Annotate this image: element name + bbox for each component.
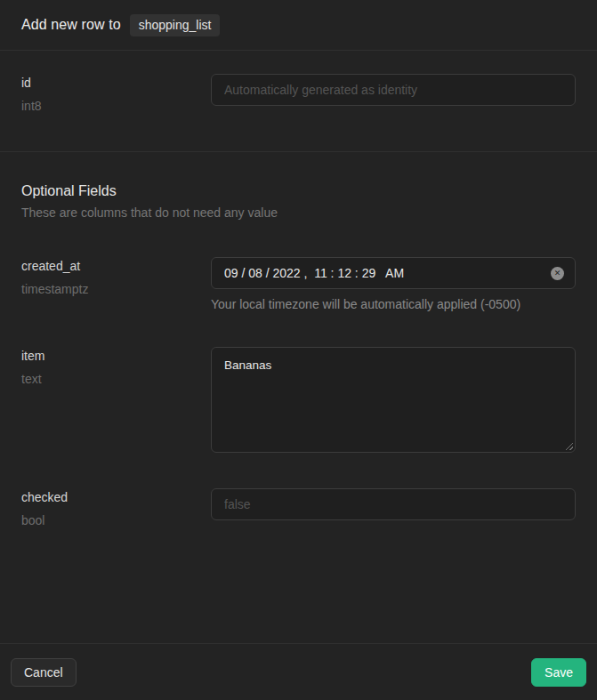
field-labels-checked: checked bool (21, 488, 211, 527)
insert-row-panel: Add new row to shopping_list id int8 Opt… (0, 0, 597, 700)
panel-title: Add new row to (21, 17, 121, 33)
field-row-id: id int8 (21, 74, 576, 113)
panel-header: Add new row to shopping_list (0, 0, 597, 51)
field-type-label: text (21, 372, 211, 386)
field-control-item: Bananas (211, 347, 576, 453)
optional-fields-title: Optional Fields (21, 183, 576, 199)
field-labels-item: item text (21, 347, 211, 386)
field-type-label: int8 (21, 99, 211, 113)
save-button[interactable]: Save (531, 658, 586, 687)
id-input[interactable] (211, 74, 576, 106)
required-fields-section: id int8 (0, 51, 597, 152)
field-control-created-at: ✕ Your local timezone will be automatica… (211, 257, 576, 311)
field-labels-id: id int8 (21, 74, 211, 113)
field-row-item: item text Bananas (21, 347, 576, 453)
field-control-id (211, 74, 576, 106)
optional-fields-subtitle: These are columns that do not need any v… (21, 205, 576, 220)
checked-input[interactable] (211, 488, 576, 520)
cancel-button[interactable]: Cancel (11, 658, 77, 687)
field-row-created-at: created_at timestamptz ✕ Your local time… (21, 257, 576, 311)
timezone-helper-text: Your local timezone will be automaticall… (211, 297, 576, 311)
item-textarea[interactable]: Bananas (211, 347, 576, 453)
field-row-checked: checked bool (21, 488, 576, 527)
field-type-label: bool (21, 513, 211, 527)
table-name-badge: shopping_list (130, 14, 221, 36)
field-type-label: timestamptz (21, 282, 211, 296)
field-name-label: checked (21, 490, 211, 504)
created-at-datetime-input[interactable] (211, 257, 576, 289)
optional-fields-section: Optional Fields These are columns that d… (0, 152, 597, 643)
field-control-checked (211, 488, 576, 520)
circle-x-icon[interactable]: ✕ (551, 267, 564, 280)
field-name-label: id (21, 76, 211, 90)
panel-footer: Cancel Save (0, 643, 597, 700)
field-name-label: item (21, 349, 211, 363)
field-labels-created-at: created_at timestamptz (21, 257, 211, 296)
field-name-label: created_at (21, 259, 211, 273)
